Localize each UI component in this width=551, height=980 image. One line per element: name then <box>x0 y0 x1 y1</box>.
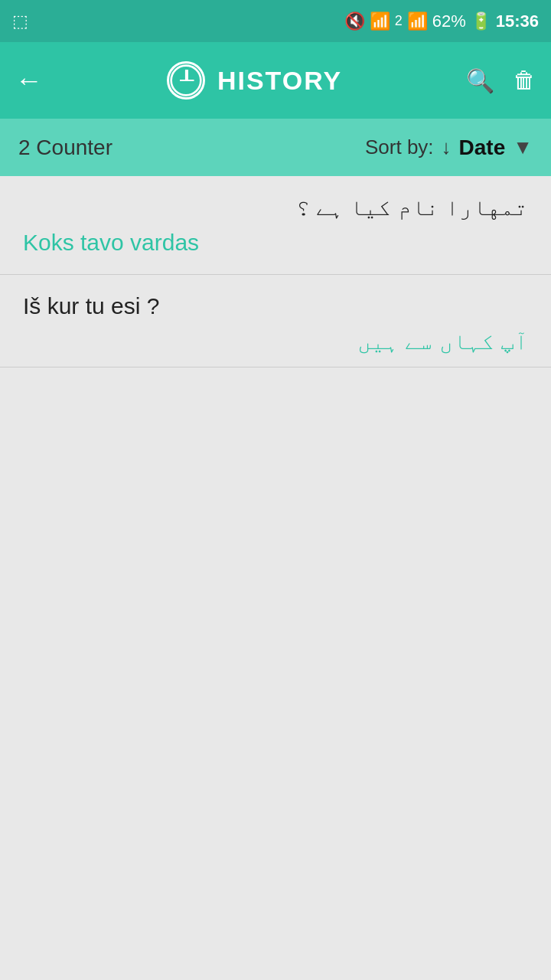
sort-value: Date <box>459 136 506 160</box>
status-left: ⬚ <box>12 11 28 31</box>
signal-icon: 📶 <box>407 11 428 31</box>
sim-icon: 2 <box>395 13 403 29</box>
translated-text-1: Koks tavo vardas <box>23 230 528 256</box>
back-button[interactable]: ← <box>15 64 43 96</box>
page-title: HISTORY <box>217 66 342 96</box>
clock-icon <box>167 61 205 100</box>
original-text-2: Iš kur tu esi ? <box>23 293 528 319</box>
battery-text: 62% <box>432 11 466 31</box>
list-item[interactable]: Iš kur tu esi ? آپ کہاں سے ہیں <box>0 275 551 368</box>
status-bar: ⬚ 🔇 📶 2 📶 62% 🔋 15:36 <box>0 0 551 42</box>
original-text-1: تمهارا نام کیا ہے ؟ <box>23 194 528 220</box>
wifi-icon: 📶 <box>370 11 390 31</box>
mute-icon: 🔇 <box>344 11 365 31</box>
sort-by-label: Sort by: <box>365 136 434 159</box>
app-bar-actions: 🔍 🗑 <box>466 67 536 94</box>
translated-text-2: آپ کہاں سے ہیں <box>23 328 528 354</box>
counter-label: 2 Counter <box>18 136 365 160</box>
app-bar-title: HISTORY <box>58 61 451 100</box>
sort-bar: 2 Counter Sort by: ↓ Date ▼ <box>0 119 551 176</box>
screen-icon: ⬚ <box>12 11 28 31</box>
delete-button[interactable]: 🗑 <box>513 67 536 93</box>
history-list: تمهارا نام کیا ہے ؟ Koks tavo vardas Iš … <box>0 176 551 368</box>
search-button[interactable]: 🔍 <box>466 67 494 94</box>
status-right: 🔇 📶 2 📶 62% 🔋 15:36 <box>344 11 539 31</box>
sort-section[interactable]: Sort by: ↓ Date ▼ <box>365 136 533 160</box>
time-display: 15:36 <box>496 11 539 31</box>
list-item[interactable]: تمهارا نام کیا ہے ؟ Koks tavo vardas <box>0 176 551 275</box>
chevron-down-icon[interactable]: ▼ <box>513 136 533 159</box>
clock-svg <box>169 61 203 100</box>
app-bar: ← HISTORY 🔍 🗑 <box>0 42 551 119</box>
sort-direction-icon: ↓ <box>442 136 452 159</box>
battery-icon: 🔋 <box>471 11 491 31</box>
